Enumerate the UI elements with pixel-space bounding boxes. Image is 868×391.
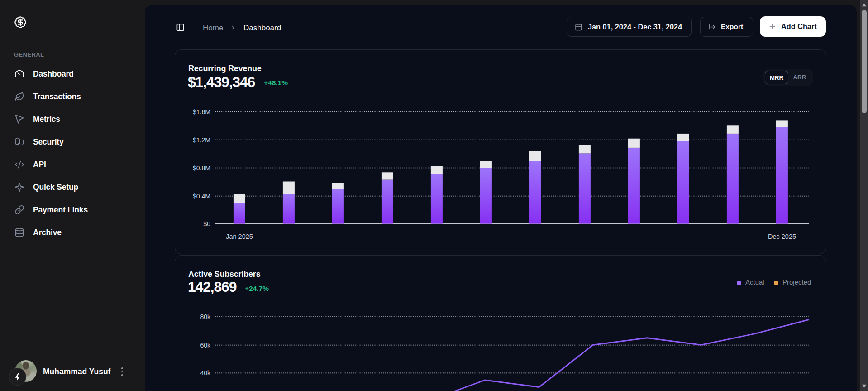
svg-text:Jan 2025: Jan 2025	[226, 233, 253, 240]
svg-text:60k: 60k	[200, 342, 211, 349]
svg-text:$0.4M: $0.4M	[193, 193, 210, 200]
svg-text:$0.8M: $0.8M	[193, 164, 210, 172]
svg-text:40k: 40k	[200, 369, 211, 377]
svg-text:$1.6M: $1.6M	[193, 108, 210, 116]
svg-text:80k: 80k	[200, 313, 211, 320]
svg-text:$1.2M: $1.2M	[193, 136, 210, 144]
svg-text:Dec 2025: Dec 2025	[768, 233, 796, 240]
svg-text:$0: $0	[203, 220, 210, 227]
